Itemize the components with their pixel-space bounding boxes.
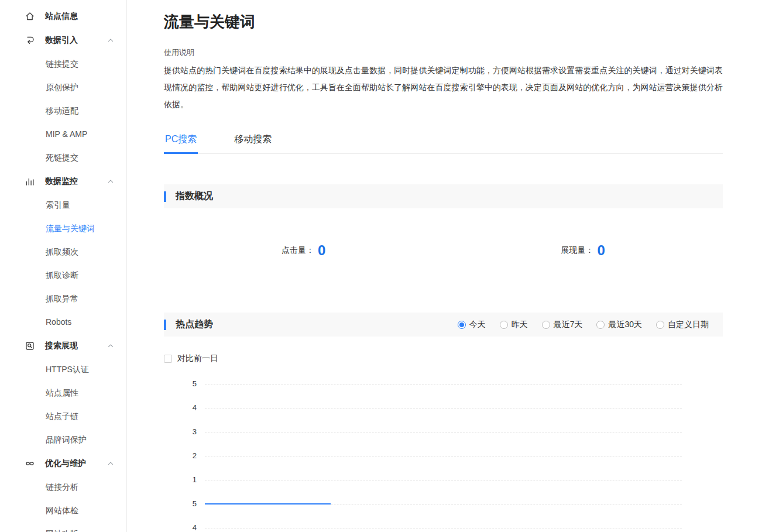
sidebar-group-label: 搜索展现: [45, 341, 107, 351]
optimization-icon: [25, 458, 35, 469]
chevron-up-icon[interactable]: [107, 36, 115, 44]
stat-impressions: 展现量： 0: [444, 242, 723, 259]
sidebar-item-site-info[interactable]: 站点信息: [0, 5, 126, 28]
section-title-trend: 热点趋势: [176, 318, 213, 331]
chart-gridline: 3: [205, 432, 682, 433]
sidebar-item-mobile-adaptation[interactable]: 移动适配: [0, 99, 126, 122]
radio-custom-date[interactable]: 自定义日期: [656, 320, 709, 330]
sidebar-group-data-monitor-header[interactable]: 数据监控: [0, 170, 126, 193]
chart-data-line: [205, 503, 331, 504]
radio-dot-icon: [458, 321, 466, 329]
sidebar: 站点信息 数据引入 链接提交 原创保护 移动适配 MIP & AMP 死链提交 …: [0, 0, 127, 532]
data-import-icon: [25, 35, 35, 46]
y-axis-tick: 2: [178, 451, 197, 460]
y-axis-tick: 4: [178, 523, 197, 532]
page-title: 流量与关键词: [164, 12, 723, 32]
tab-mobile-search[interactable]: 移动搜索: [233, 128, 273, 153]
compare-previous-day-checkbox[interactable]: 对比前一日: [164, 353, 723, 364]
section-header-overview: 指数概况: [164, 184, 723, 208]
radio-today-label: 今天: [469, 320, 486, 330]
y-axis-tick: 5: [178, 499, 197, 508]
date-range-radio-group: 今天 昨天 最近7天 最近30天 自定义日期: [458, 320, 723, 330]
trend-chart: 5 4 3 2 1 5 4: [164, 384, 723, 532]
radio-dot-icon: [656, 321, 664, 329]
radio-today[interactable]: 今天: [458, 320, 486, 330]
sidebar-group-data-import: 数据引入 链接提交 原创保护 移动适配 MIP & AMP 死链提交: [0, 29, 126, 169]
sidebar-item-original-protection[interactable]: 原创保护: [0, 75, 126, 99]
stat-clicks: 点击量： 0: [164, 242, 444, 259]
chart-gridline: 5: [205, 384, 682, 385]
chart-gridline: 2: [205, 456, 682, 457]
sidebar-item-crawl-diagnosis[interactable]: 抓取诊断: [0, 263, 126, 287]
sidebar-group-label: 数据引入: [45, 35, 107, 46]
y-axis-tick: 1: [178, 475, 197, 484]
sidebar-group-data-monitor: 数据监控 索引量 流量与关键词 抓取频次 抓取诊断 抓取异常 Robots: [0, 170, 126, 334]
radio-yesterday-label: 昨天: [512, 320, 528, 330]
stat-impressions-value: 0: [598, 242, 605, 259]
checkbox-icon: [164, 355, 172, 363]
y-axis-tick: 4: [178, 403, 197, 412]
sidebar-group-search-display-header[interactable]: 搜索展现: [0, 334, 126, 358]
radio-dot-icon: [596, 321, 605, 329]
section-title-overview: 指数概况: [176, 190, 213, 202]
stat-impressions-label: 展现量：: [561, 245, 594, 256]
y-axis-tick: 3: [178, 427, 197, 436]
usage-label: 使用说明: [164, 47, 723, 58]
radio-last-30-days[interactable]: 最近30天: [596, 320, 642, 330]
sidebar-item-brand-protection[interactable]: 品牌词保护: [0, 428, 126, 451]
search-type-tabs: PC搜索 移动搜索: [164, 128, 723, 154]
sidebar-item-index-volume[interactable]: 索引量: [0, 193, 126, 217]
sidebar-item-link-analysis[interactable]: 链接分析: [0, 475, 126, 499]
sidebar-item-crawl-frequency[interactable]: 抓取频次: [0, 240, 126, 263]
main-content: 流量与关键词 使用说明 提供站点的热门关键词在百度搜索结果中的展现及点击量数据，…: [127, 0, 762, 532]
section-header-trend: 热点趋势 今天 昨天 最近7天 最近30天 自定义日期: [164, 313, 723, 337]
radio-yesterday[interactable]: 昨天: [500, 320, 528, 330]
overview-stats: 点击量： 0 展现量： 0: [164, 242, 723, 259]
sidebar-group-data-import-header[interactable]: 数据引入: [0, 29, 126, 52]
data-monitor-icon: [25, 176, 35, 187]
sidebar-group-label: 优化与维护: [45, 458, 107, 469]
stat-clicks-value: 0: [318, 242, 325, 259]
chart-gridline: 1: [205, 480, 682, 480]
sidebar-group-site-info: 站点信息: [0, 5, 126, 28]
chevron-up-icon[interactable]: [107, 459, 115, 468]
chevron-up-icon[interactable]: [107, 177, 115, 186]
sidebar-group-label: 数据监控: [45, 176, 107, 187]
radio-dot-icon: [500, 321, 508, 329]
compare-previous-day-label: 对比前一日: [177, 353, 218, 364]
tab-pc-search[interactable]: PC搜索: [164, 128, 198, 153]
stat-clicks-label: 点击量：: [282, 245, 314, 256]
home-icon: [25, 11, 35, 22]
sidebar-item-robots[interactable]: Robots: [0, 310, 126, 334]
radio-dot-icon: [542, 321, 550, 329]
radio-last-7-days-label: 最近7天: [554, 320, 583, 330]
sidebar-item-site-attribute[interactable]: 站点属性: [0, 381, 126, 404]
sidebar-group-label: 站点信息: [45, 11, 115, 22]
section-accent-bar: [164, 191, 166, 202]
sidebar-item-mip-amp[interactable]: MIP & AMP: [0, 122, 126, 146]
chart-gridline: 4: [205, 528, 682, 528]
chart-gridline: 4: [205, 408, 682, 409]
sidebar-item-link-submission[interactable]: 链接提交: [0, 52, 126, 75]
y-axis-tick: 5: [178, 379, 197, 388]
sidebar-item-site-revamp[interactable]: 网站改版: [0, 522, 126, 532]
section-accent-bar: [164, 320, 166, 330]
sidebar-item-site-sublinks[interactable]: 站点子链: [0, 404, 126, 428]
search-display-icon: [25, 341, 35, 351]
radio-last-30-days-label: 最近30天: [608, 320, 642, 330]
radio-last-7-days[interactable]: 最近7天: [542, 320, 583, 330]
sidebar-item-traffic-keywords[interactable]: 流量与关键词: [0, 217, 126, 240]
sidebar-group-search-display: 搜索展现 HTTPS认证 站点属性 站点子链 品牌词保护: [0, 334, 126, 451]
sidebar-item-https[interactable]: HTTPS认证: [0, 358, 126, 381]
sidebar-item-dead-link[interactable]: 死链提交: [0, 146, 126, 169]
sidebar-group-optimization-header[interactable]: 优化与维护: [0, 452, 126, 475]
sidebar-item-crawl-exception[interactable]: 抓取异常: [0, 287, 126, 310]
sidebar-item-site-checkup[interactable]: 网站体检: [0, 499, 126, 522]
radio-custom-date-label: 自定义日期: [668, 320, 709, 330]
usage-text: 提供站点的热门关键词在百度搜索结果中的展现及点击量数据，同时提供关键词定制功能，…: [164, 62, 723, 113]
chevron-up-icon[interactable]: [107, 342, 115, 350]
sidebar-group-optimization: 优化与维护 链接分析 网站体检 网站改版: [0, 452, 126, 532]
